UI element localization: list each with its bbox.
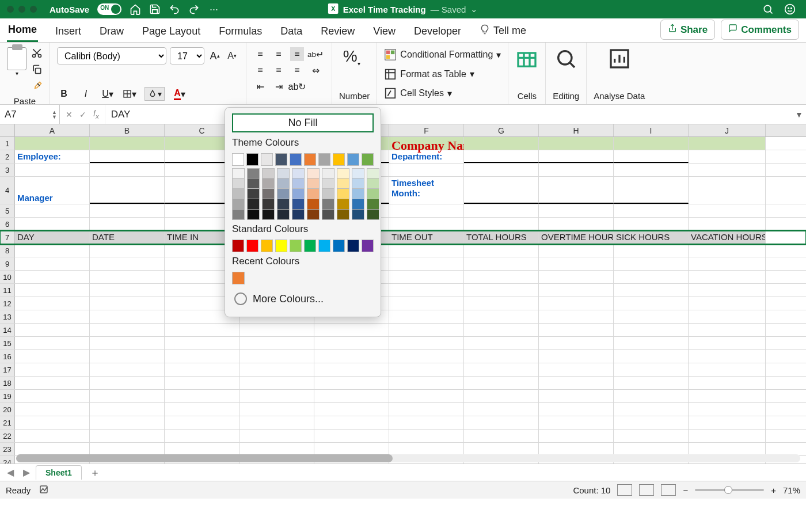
color-swatch[interactable]	[292, 210, 305, 220]
font-size-select[interactable]: 17	[170, 47, 204, 64]
formula-input[interactable]: DAY	[105, 105, 792, 124]
row-header[interactable]: 15	[0, 337, 15, 349]
cell[interactable]	[165, 363, 239, 376]
cell[interactable]	[389, 324, 464, 336]
increase-indent-icon[interactable]: ⇥	[272, 79, 286, 93]
color-swatch[interactable]	[275, 153, 287, 166]
align-bottom-icon[interactable]: ≡	[290, 47, 304, 61]
cell[interactable]	[539, 177, 614, 204]
cell[interactable]	[464, 137, 539, 150]
row-header[interactable]: 13	[0, 310, 15, 323]
row-header[interactable]: 10	[0, 271, 15, 283]
cell[interactable]	[614, 430, 689, 442]
tab-insert[interactable]: Insert	[54, 21, 82, 42]
cell[interactable]	[689, 218, 766, 230]
cell[interactable]	[15, 416, 90, 429]
cell[interactable]: DATE	[90, 231, 165, 244]
color-swatch[interactable]	[307, 168, 320, 178]
cell[interactable]	[689, 310, 766, 323]
cell[interactable]	[165, 337, 239, 349]
cell[interactable]	[90, 204, 165, 217]
cell[interactable]	[165, 350, 239, 363]
cell[interactable]	[614, 204, 689, 217]
cell[interactable]	[239, 390, 314, 402]
color-swatch[interactable]	[261, 153, 273, 166]
color-swatch[interactable]	[322, 168, 334, 178]
color-swatch[interactable]	[352, 210, 364, 220]
cell[interactable]	[15, 377, 90, 389]
col-header[interactable]: A	[15, 124, 90, 136]
cell[interactable]	[614, 350, 689, 363]
cell[interactable]	[464, 377, 539, 389]
namebox-stepper-icon[interactable]: ▲▼	[52, 110, 57, 119]
cell[interactable]	[90, 403, 165, 416]
enter-formula-icon[interactable]: ✓	[79, 110, 86, 119]
cell[interactable]	[15, 443, 90, 455]
cell[interactable]	[239, 377, 314, 389]
cell[interactable]	[689, 377, 766, 389]
decrease-font-icon[interactable]: A▾	[225, 49, 239, 63]
row-header[interactable]: 6	[0, 218, 15, 230]
row-header[interactable]: 24	[0, 456, 15, 463]
wrap-text-icon[interactable]: ab↵	[309, 47, 322, 61]
row-header[interactable]: 1	[0, 137, 15, 150]
color-swatch[interactable]	[247, 210, 260, 220]
cell[interactable]: TIME OUT	[389, 231, 464, 244]
color-swatch[interactable]	[232, 189, 245, 199]
cell[interactable]	[464, 244, 539, 257]
color-swatch[interactable]	[367, 199, 379, 210]
cell[interactable]: Manager	[15, 177, 90, 204]
cell[interactable]	[614, 218, 689, 230]
color-swatch[interactable]	[318, 153, 330, 166]
cell[interactable]	[539, 416, 614, 429]
cell[interactable]	[689, 350, 766, 363]
align-right-icon[interactable]: ≡	[290, 63, 304, 77]
row-header[interactable]: 3	[0, 164, 15, 176]
cell[interactable]	[689, 271, 766, 283]
color-swatch[interactable]	[277, 199, 290, 210]
align-center-icon[interactable]: ≡	[272, 63, 286, 77]
col-header[interactable]: G	[464, 124, 539, 136]
cell[interactable]: TOTAL HOURS	[464, 231, 539, 244]
font-color-button[interactable]: A ▾	[173, 87, 187, 101]
color-swatch[interactable]	[262, 168, 275, 178]
cell[interactable]	[389, 310, 464, 323]
cell[interactable]	[689, 403, 766, 416]
cell[interactable]	[314, 443, 389, 455]
cell[interactable]	[464, 150, 539, 163]
format-as-table-button[interactable]: Format as Table ▾	[384, 67, 474, 82]
cell[interactable]	[90, 324, 165, 336]
cell[interactable]	[539, 297, 614, 310]
cell[interactable]	[165, 390, 239, 402]
cell[interactable]	[389, 430, 464, 442]
analyse-icon[interactable]	[608, 47, 631, 70]
cell[interactable]	[614, 244, 689, 257]
color-swatch[interactable]	[292, 199, 305, 210]
cell[interactable]	[15, 310, 90, 323]
color-swatch[interactable]	[246, 153, 258, 166]
cell[interactable]	[165, 443, 239, 455]
zoom-slider[interactable]	[695, 489, 764, 491]
cell[interactable]	[15, 137, 90, 150]
cell[interactable]	[239, 363, 314, 376]
color-swatch[interactable]	[246, 240, 258, 252]
row-header[interactable]: 9	[0, 257, 15, 270]
cell[interactable]	[539, 350, 614, 363]
search-icon[interactable]	[762, 3, 774, 15]
color-swatch[interactable]	[333, 240, 345, 252]
italic-button[interactable]: I	[79, 87, 93, 101]
cell[interactable]	[464, 164, 539, 176]
cell[interactable]: DAY	[15, 231, 90, 244]
color-swatch[interactable]	[277, 178, 290, 189]
share-button[interactable]: Share	[660, 20, 715, 40]
color-swatch[interactable]	[322, 210, 334, 220]
row-header[interactable]: 22	[0, 430, 15, 442]
row-header[interactable]: 12	[0, 297, 15, 310]
color-swatch[interactable]	[290, 240, 302, 252]
cell[interactable]	[15, 297, 90, 310]
tab-page-layout[interactable]: Page Layout	[141, 21, 202, 42]
cell[interactable]	[90, 284, 165, 297]
col-header[interactable]: F	[389, 124, 464, 136]
cell[interactable]	[614, 271, 689, 283]
cell[interactable]	[539, 204, 614, 217]
